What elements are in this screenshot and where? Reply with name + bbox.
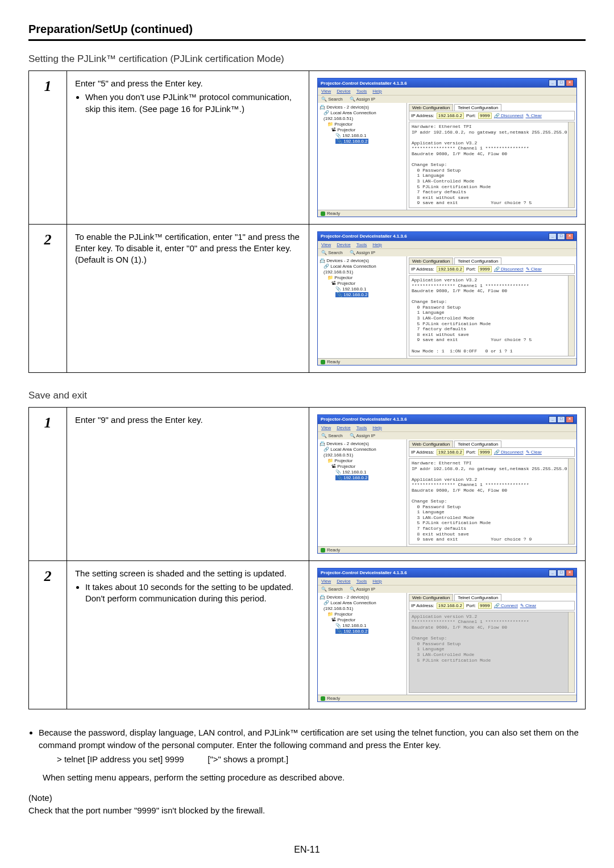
menu-item[interactable]: Help — [372, 242, 381, 247]
tab-telnet[interactable]: Telnet Configuration — [454, 258, 501, 264]
tree-ip1[interactable]: 📎 192.168.0.1 — [335, 133, 405, 139]
tab-telnet[interactable]: Telnet Configuration — [454, 441, 501, 447]
toolbar-search[interactable]: Search — [321, 433, 343, 438]
connect-link[interactable]: 🔗 Disconnect — [494, 450, 524, 455]
terminal-output[interactable]: Application version V3.2 ***************… — [409, 275, 575, 356]
toolbar-assign-ip[interactable]: Assign IP — [350, 97, 376, 102]
scrollbar[interactable] — [568, 459, 574, 544]
menu-item[interactable]: View — [321, 242, 331, 247]
tree-ip1[interactable]: 📎 192.168.0.1 — [335, 470, 405, 475]
tree-folder[interactable]: 📁 Projector — [327, 458, 405, 464]
ip-field[interactable]: 192.168.0.2 — [437, 113, 464, 119]
tree-ip2[interactable]: 📎 192.168.0.2 — [335, 475, 405, 481]
menu-item[interactable]: Device — [337, 425, 350, 430]
tree-node[interactable]: 📽 Projector — [331, 127, 405, 133]
menu-item[interactable]: Device — [337, 579, 350, 584]
connect-link[interactable]: 🔗 Disconnect — [494, 267, 524, 272]
tree-root[interactable]: 📇 Devices - 2 device(s) — [320, 258, 405, 264]
menu-item[interactable]: View — [321, 579, 331, 584]
tree-root[interactable]: 📇 Devices - 2 device(s) — [320, 441, 405, 447]
tree-ip2[interactable]: 📎 192.168.0.2 — [335, 292, 405, 298]
toolbar-search[interactable]: Search — [321, 97, 343, 102]
connect-link[interactable]: 🔗 Disconnect — [494, 113, 524, 118]
port-field[interactable]: 9999 — [478, 266, 492, 272]
close-icon[interactable]: × — [566, 80, 574, 86]
connect-link[interactable]: 🔗 Connect — [494, 603, 518, 608]
menu-item[interactable]: Help — [372, 579, 381, 584]
menu-item[interactable]: Help — [372, 89, 381, 94]
menu-item[interactable]: Device — [337, 242, 350, 247]
scrollbar[interactable] — [568, 276, 574, 356]
maximize-icon[interactable]: □ — [557, 416, 565, 423]
tree-ip1[interactable]: 📎 192.168.0.1 — [335, 286, 405, 292]
close-icon[interactable]: × — [566, 416, 574, 423]
tree-conn[interactable]: 🔗 Local Area Connection (192.168.0.51) — [323, 110, 405, 122]
maximize-icon[interactable]: □ — [557, 80, 565, 86]
menu-item[interactable]: Tools — [356, 89, 367, 94]
toolbar-assign-ip[interactable]: Assign IP — [350, 433, 376, 438]
clear-link[interactable]: ✎ Clear — [526, 450, 542, 455]
step-number: 2 — [29, 224, 67, 372]
menu-item[interactable]: Help — [372, 425, 381, 430]
ip-field[interactable]: 192.168.0.2 — [437, 603, 464, 609]
port-label: Port: — [466, 113, 476, 118]
menu-item[interactable]: Tools — [356, 425, 367, 430]
terminal-output[interactable]: Hardware: Ethernet TPI IP addr 192.168.0… — [409, 122, 575, 208]
port-field[interactable]: 9999 — [478, 603, 492, 609]
section-heading-save: Save and exit — [28, 390, 586, 401]
clear-link[interactable]: ✎ Clear — [526, 113, 542, 118]
tab-web[interactable]: Web Configuration — [409, 594, 453, 601]
toolbar-search[interactable]: Search — [321, 250, 343, 255]
tab-web[interactable]: Web Configuration — [409, 441, 453, 447]
clear-link[interactable]: ✎ Clear — [520, 603, 536, 608]
tree-node[interactable]: 📽 Projector — [331, 617, 405, 623]
minimize-icon[interactable]: _ — [549, 80, 557, 86]
minimize-icon[interactable]: _ — [549, 570, 557, 576]
address-bar: IP Address: 192.168.0.2 Port: 9999 🔗 Con… — [409, 601, 575, 610]
port-field[interactable]: 9999 — [478, 449, 492, 455]
tree-conn[interactable]: 🔗 Local Area Connection (192.168.0.51) — [323, 600, 405, 612]
tree-node[interactable]: 📽 Projector — [331, 464, 405, 470]
tree-root[interactable]: 📇 Devices - 2 device(s) — [320, 595, 405, 600]
tree-root[interactable]: 📇 Devices - 2 device(s) — [320, 105, 405, 110]
tree-folder[interactable]: 📁 Projector — [327, 275, 405, 281]
ip-field[interactable]: 192.168.0.2 — [437, 266, 464, 272]
menu-item[interactable]: Device — [337, 89, 350, 94]
port-field[interactable]: 9999 — [478, 113, 492, 119]
tree-ip2[interactable]: 📎 192.168.0.2 — [335, 629, 405, 634]
ip-field[interactable]: 192.168.0.2 — [437, 449, 464, 455]
menu-item[interactable]: View — [321, 89, 331, 94]
tree-ip2[interactable]: 📎 192.168.0.2 — [335, 139, 405, 144]
menu-item[interactable]: Tools — [356, 242, 367, 247]
tree-ip1[interactable]: 📎 192.168.0.1 — [335, 623, 405, 629]
scrollbar[interactable] — [568, 122, 574, 207]
menu-item[interactable]: Tools — [356, 579, 367, 584]
tree-folder[interactable]: 📁 Projector — [327, 612, 405, 617]
close-icon[interactable]: × — [566, 233, 574, 240]
device-tree[interactable]: 📇 Devices - 2 device(s) 🔗 Local Area Con… — [318, 593, 407, 695]
menu-item[interactable]: View — [321, 425, 331, 430]
minimize-icon[interactable]: _ — [549, 416, 557, 423]
minimize-icon[interactable]: _ — [549, 233, 557, 240]
tree-conn[interactable]: 🔗 Local Area Connection (192.168.0.51) — [323, 264, 405, 275]
toolbar-assign-ip[interactable]: Assign IP — [350, 250, 376, 255]
maximize-icon[interactable]: □ — [557, 570, 565, 576]
tree-conn[interactable]: 🔗 Local Area Connection (192.168.0.51) — [323, 447, 405, 458]
tree-folder[interactable]: 📁 Projector — [327, 122, 405, 127]
clear-link[interactable]: ✎ Clear — [526, 267, 542, 272]
scrollbar[interactable] — [568, 612, 574, 692]
close-icon[interactable]: × — [566, 570, 574, 576]
tab-telnet[interactable]: Telnet Configuration — [454, 104, 501, 111]
device-tree[interactable]: 📇 Devices - 2 device(s) 🔗 Local Area Con… — [318, 103, 407, 210]
terminal-output[interactable]: Application version V3.2 ***************… — [409, 612, 575, 693]
tab-web[interactable]: Web Configuration — [409, 104, 453, 111]
device-tree[interactable]: 📇 Devices - 2 device(s) 🔗 Local Area Con… — [318, 256, 407, 358]
maximize-icon[interactable]: □ — [557, 233, 565, 240]
device-tree[interactable]: 📇 Devices - 2 device(s) 🔗 Local Area Con… — [318, 439, 407, 546]
toolbar-search[interactable]: Search — [321, 587, 343, 592]
toolbar-assign-ip[interactable]: Assign IP — [350, 587, 376, 592]
tab-web[interactable]: Web Configuration — [409, 258, 453, 264]
tree-node[interactable]: 📽 Projector — [331, 281, 405, 286]
tab-telnet[interactable]: Telnet Configuration — [454, 594, 501, 601]
terminal-output[interactable]: Hardware: Ethernet TPI IP addr 192.168.0… — [409, 458, 575, 545]
